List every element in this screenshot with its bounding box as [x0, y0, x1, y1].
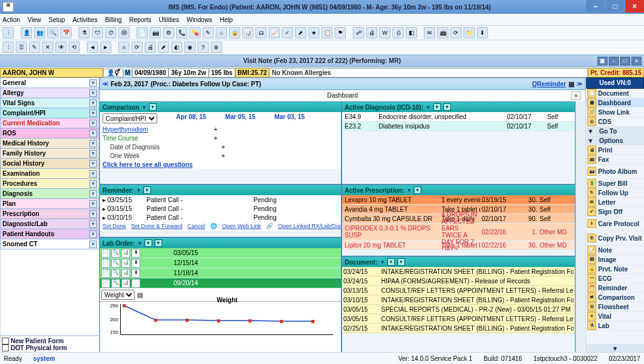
nav-procedures[interactable]: Procedures▾: [0, 179, 99, 189]
doc-row[interactable]: 02/25/15INTAKE/REGISTRATION SHEET (BILLI…: [342, 324, 575, 333]
rn-copy-prv-visit[interactable]: ⎘Copy Prv. Visit: [586, 231, 644, 246]
toolbar-icon[interactable]: ⚗: [79, 27, 90, 38]
toolbar-help-icon[interactable]: ?: [197, 42, 209, 53]
toolbar-icon[interactable]: ✉: [424, 27, 435, 38]
toolbar-icon[interactable]: 👥: [34, 27, 45, 38]
doc-row[interactable]: 03/13/15CONSULT/REF LETTERS (APPOINTMENT…: [342, 286, 575, 295]
toolbar-icon[interactable]: 📅: [60, 27, 72, 38]
lab-metric-select[interactable]: Weight: [101, 290, 135, 300]
nav-general[interactable]: General▾: [0, 77, 99, 88]
nav-plan[interactable]: Plan▾: [0, 199, 99, 209]
rn-image[interactable]: 🖼Image: [586, 255, 644, 264]
doc-row[interactable]: 03/24/15INTAKE/REGISTRATION SHEET (BILLI…: [342, 267, 575, 276]
rn-lab[interactable]: ⚗Lab: [586, 321, 644, 331]
nav-prescription[interactable]: Prescription▾: [0, 209, 99, 219]
nav-ros[interactable]: ROS▾: [0, 128, 99, 139]
panel-ctl-icon[interactable]: ▾: [397, 258, 405, 266]
panel-ctl-icon[interactable]: ▾: [414, 186, 421, 194]
toolbar-icon[interactable]: 📄: [136, 27, 148, 38]
reminder-row[interactable]: ▸ 03/25/15Patient Call -Pending: [100, 195, 341, 204]
subwin-close-button[interactable]: ×: [631, 57, 641, 65]
toolbar-icon[interactable]: 📋: [321, 27, 333, 38]
rn-photo-album[interactable]: 📷Photo Album: [586, 164, 644, 179]
visit-next-icon[interactable]: ≫: [577, 81, 582, 87]
toolbar-icon[interactable]: 🖨: [366, 27, 377, 38]
reminder-row[interactable]: ▸ 03/15/15Patient Call -Pending: [100, 204, 341, 213]
toolbar-icon[interactable]: ⎌: [118, 42, 130, 53]
toolbar-icon[interactable]: ⎙: [392, 27, 404, 38]
toolbar-icon[interactable]: ✕: [42, 42, 53, 53]
rn-show-link[interactable]: 🔗Show Link: [586, 108, 644, 117]
nav-allergy[interactable]: Allergy▾: [0, 88, 99, 98]
open-linked-link[interactable]: Open Linked RX/Lab/Diagnostic: [278, 223, 341, 229]
nav-social-history[interactable]: Social History▾: [0, 159, 99, 169]
comp-row[interactable]: Hyperthyroidism: [103, 126, 197, 133]
lab-row[interactable]: 📄🔍📊⬇09/20/14: [100, 278, 341, 288]
toolbar-icon[interactable]: ⚑: [335, 27, 346, 38]
toolbar-icon[interactable]: ✓: [282, 27, 293, 38]
toolbar-icon[interactable]: 📁: [464, 27, 475, 38]
rn-care-protocol[interactable]: ⚕Care Protocol: [586, 217, 644, 231]
panel-ctl-icon[interactable]: ▾: [387, 258, 395, 266]
rn-sign-off[interactable]: ✔Sign Off: [586, 207, 644, 217]
rn-flowsheet[interactable]: ☰Flowsheet: [586, 302, 644, 312]
menu-windows[interactable]: Windows: [187, 16, 213, 23]
dashboard-scrollbar[interactable]: [575, 101, 586, 353]
nav-current-medication[interactable]: Current Medication▾: [0, 118, 99, 128]
comparison-select[interactable]: Complaint/HPI: [103, 113, 157, 123]
menu-billing[interactable]: Billing: [105, 16, 122, 23]
toolbar-icon[interactable]: 👤: [21, 27, 32, 38]
open-web-link[interactable]: Open Web Link: [222, 223, 261, 229]
nav-med-history[interactable]: Medical History▾: [0, 139, 99, 149]
lab-picker-icon[interactable]: ▤: [137, 292, 143, 299]
panel-ctl-icon[interactable]: ▾: [433, 103, 441, 111]
panel-ctl-icon[interactable]: ▾: [155, 239, 162, 247]
toolbar-icon[interactable]: 🛡: [92, 27, 103, 38]
window-maximize-button[interactable]: □: [606, 0, 625, 13]
visit-tool-icon[interactable]: ▤: [569, 81, 574, 88]
toolbar-icon[interactable]: ⟲: [69, 42, 80, 53]
doc-row[interactable]: 03/24/15HIPAA (FORMS/AGREEMENT) - Releas…: [342, 276, 575, 286]
toolbar-icon[interactable]: ◧: [406, 27, 417, 38]
rn-cds[interactable]: ◎CDS: [586, 117, 644, 127]
rx-row[interactable]: CIPRODEX 0.3-0.1 % DROPS SUSP4 DROPS IN …: [342, 224, 575, 241]
toolbar-icon[interactable]: ⬈: [295, 27, 306, 38]
nav-diagnosis[interactable]: Diagnosis▾: [0, 189, 99, 199]
filter-icon[interactable]: ▼: [137, 241, 142, 246]
rn-super-bill[interactable]: 💲Super Bill: [586, 179, 644, 188]
nav-snomed[interactable]: Snomed CT▾: [0, 239, 99, 249]
rn-document[interactable]: 📄Document: [586, 89, 644, 98]
nav-family-history[interactable]: Family History▾: [0, 149, 99, 159]
toolbar-icon[interactable]: ⋮: [3, 42, 14, 53]
toolbar-icon[interactable]: 📈: [269, 27, 280, 38]
nav-complaint[interactable]: Complaint/HPI▾: [0, 108, 99, 118]
toolbar-icon[interactable]: 📷: [150, 27, 161, 38]
doc-row[interactable]: 03/05/15SPECIAL REPORTS (MEDICAL) - PR-2…: [342, 305, 575, 314]
rn-note[interactable]: 📝Note: [586, 246, 644, 255]
toolbar-icon[interactable]: ⬇: [477, 27, 488, 38]
toolbar-prev-icon[interactable]: ◄: [87, 42, 98, 53]
doc-row[interactable]: 03/05/15CONSULT/REF LETTERS (APPOINTMENT…: [342, 314, 575, 324]
nav-examination[interactable]: Examination▾: [0, 169, 99, 179]
subwin-maximize-button[interactable]: □: [620, 57, 630, 65]
qreminder-link[interactable]: QReminder: [532, 81, 566, 88]
rn-comparison[interactable]: ⇄Comparison: [586, 293, 644, 302]
diag-row[interactable]: E34.9Endocrine disorder, unspecified02/1…: [342, 112, 575, 122]
toolbar-icon[interactable]: ◉: [184, 42, 196, 53]
see-all-link[interactable]: Click here to see all questions: [103, 161, 192, 168]
toolbar-icon[interactable]: ⌂: [216, 27, 227, 38]
doc-row[interactable]: 03/10/15INTAKE/REGISTRATION SHEET (BILLI…: [342, 295, 575, 305]
chk-new-patient-form[interactable]: New Patient Form: [2, 338, 97, 344]
toolbar-icon[interactable]: 🔒: [229, 27, 240, 38]
toolbar-icon[interactable]: ⏱: [105, 27, 116, 38]
toolbar-icon[interactable]: ⬈: [158, 42, 169, 53]
menu-reports[interactable]: Reports: [130, 16, 152, 23]
toolbar-icon[interactable]: 📞: [176, 27, 187, 38]
toolbar-icon[interactable]: ✎: [203, 27, 214, 38]
panel-ctl-icon[interactable]: ▾: [143, 186, 151, 194]
filter-icon[interactable]: ▼: [426, 105, 431, 110]
menu-help[interactable]: Help: [219, 16, 233, 23]
menu-setup[interactable]: Setup: [48, 16, 65, 23]
window-minimize-button[interactable]: –: [586, 0, 605, 13]
menu-action[interactable]: Action: [3, 16, 20, 23]
